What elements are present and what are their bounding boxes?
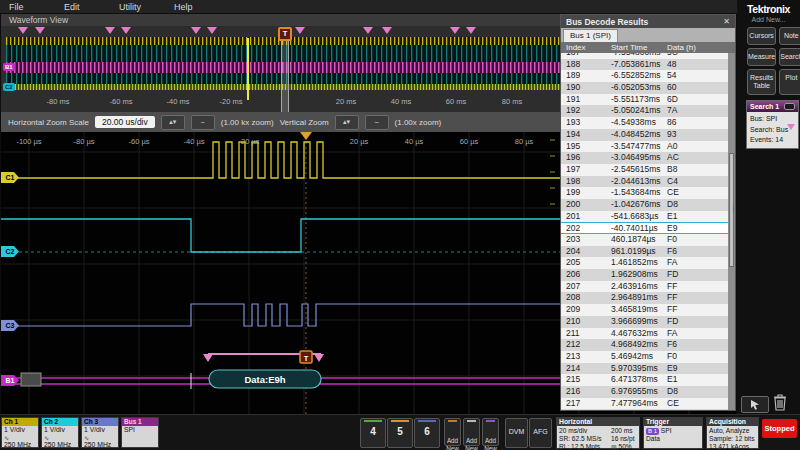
dvm-button[interactable]: DVM [505,418,528,448]
table-row[interactable]: 207 2.463916ms FF [561,281,728,293]
ac-coupling-icon: ∿ [84,435,89,441]
table-row[interactable]: 200 -1.042676ms D8 [561,199,728,211]
table-row[interactable]: 196 -3.046495ms AC [561,152,728,164]
table-row[interactable]: 195 -3.547477ms A0 [561,141,728,153]
table-row[interactable]: 193 -4.54938ms 86 [561,117,728,129]
table-row[interactable]: 199 -1.543684ms CE [561,187,728,199]
table-row[interactable]: 206 1.962908ms FD [561,269,728,281]
table-row[interactable]: 215 6.471378ms E1 [561,374,728,386]
search-event-marker-icon[interactable] [203,354,213,362]
note-button[interactable]: Note [779,27,800,45]
results-panel-titlebar[interactable]: Bus Decode Results ✕ [561,15,735,28]
trash-button[interactable] [772,393,788,415]
mouse-mode-button[interactable] [741,396,769,413]
menu-file[interactable]: File [9,2,55,12]
menu-edit[interactable]: Edit [64,2,110,12]
channel-5-button[interactable]: 5 [387,418,413,448]
search-event-marker-icon[interactable] [35,27,45,34]
h-zoom-scale-value[interactable]: 20.00 us/div [95,116,155,128]
search1-panel[interactable]: Search 1 Bus: SPI Search: Bus Events: 14 [746,100,799,149]
bus-decode-bubble[interactable]: Data:E9h [209,370,321,388]
channel-6-button[interactable]: 6 [414,418,440,448]
table-row[interactable]: 202 -40.74011µs E9 [561,222,728,234]
main-axis-label: -60 µs [129,137,150,146]
table-row[interactable]: 204 961.0199µs F6 [561,246,728,258]
menu-help[interactable]: Help [174,2,220,12]
table-row[interactable]: 192 -5.050241ms 7A [561,105,728,117]
zoom-trigger-position-icon [300,132,312,140]
table-row[interactable]: 209 3.465819ms FF [561,304,728,316]
search-event-marker-icon[interactable] [18,27,28,34]
add-new-math-button[interactable]: Add New Math [444,418,461,446]
search-event-marker-icon[interactable] [191,27,201,34]
search-event-marker-icon[interactable] [450,27,460,34]
results-scrollbar[interactable]: ⋮ [728,53,735,410]
table-row[interactable]: 211 4.467632ms FA [561,328,728,340]
search-event-marker-icon[interactable] [314,354,324,362]
table-row[interactable]: 191 -5.551173ms 6D [561,94,728,106]
table-row[interactable]: 213 5.46942ms F0 [561,351,728,363]
horizontal-panel[interactable]: Horizontal 20 ms/div200 ms SR: 62.5 MS/s… [556,417,640,449]
add-new-bus-button[interactable]: Add New Bus [482,418,499,446]
add-new-ref-button[interactable]: Add New Ref [463,418,480,446]
ch2-overview-badge[interactable]: C2 [3,83,15,91]
table-row[interactable]: 210 3.966699ms FD [561,316,728,328]
ch1-settings-badge[interactable]: Ch 1 1 V/div ∿ 250 MHz ⌁ [1,417,39,448]
add-new-label[interactable]: Add New... [737,16,800,23]
trigger-panel[interactable]: Trigger B 1 SPI Data [643,417,703,449]
search-event-marker-icon[interactable] [295,27,305,34]
table-row[interactable]: 216 6.976955ms D8 [561,386,728,398]
h-zoom-stepper-button[interactable]: ▴▾ [161,115,185,130]
ch3-settings-badge[interactable]: Ch 3 1 V/div ∿ 250 MHz ⌁ [81,417,119,448]
table-row[interactable]: 188 -7.053861ms 48 [561,59,728,71]
v-zoom-stepper-button[interactable]: ▴▾ [335,115,359,130]
ch2-settings-badge[interactable]: Ch 2 1 V/div ∿ 250 MHz ⌁ [41,417,79,448]
trigger-marker-icon[interactable]: T [278,27,292,41]
v-zoom-minus-button[interactable]: – [365,115,389,130]
bus1-overview-badge[interactable]: B1 [3,63,15,71]
search-event-marker-icon[interactable] [363,27,373,34]
h-zoom-minus-button[interactable]: – [191,115,215,130]
afg-button[interactable]: AFG [529,418,552,448]
overview-axis-label: 80 ms [502,97,522,106]
bus1-settings-badge[interactable]: Bus 1 SPI [121,417,159,448]
table-row[interactable]: 205 1.461852ms FA [561,257,728,269]
zoom-window-cursor[interactable] [247,38,249,100]
menu-utility[interactable]: Utility [119,2,165,12]
search-events-line: Events: 14 [750,135,795,146]
search-event-marker-icon[interactable] [466,27,476,34]
results-rows[interactable]: 187 -7.554800ms 5C 188 -7.053861ms 48 18… [561,53,735,410]
plot-button[interactable]: Plot [779,69,800,95]
scrollbar-thumb[interactable]: ⋮ [729,153,734,267]
trigger-title: Trigger [644,418,702,426]
table-row[interactable]: 194 -4.048452ms 93 [561,129,728,141]
table-row[interactable]: 189 -6.552852ms 54 [561,70,728,82]
measure-button[interactable]: Measure [747,48,776,66]
run-stop-button[interactable]: Stopped [762,419,797,438]
table-row[interactable]: 208 2.964891ms FF [561,292,728,304]
table-row[interactable]: 190 -6.052053ms 60 [561,82,728,94]
trigger-marker-icon[interactable]: T [300,351,312,363]
table-row[interactable]: 203 460.1874µs F0 [561,234,728,246]
tab-bus1-spi[interactable]: Bus 1 (SPI) [563,29,618,42]
trigger-position-band[interactable] [281,38,289,112]
acquisition-panel[interactable]: Acquisition Auto, Analyze Sample: 12 bit… [706,417,759,449]
table-row[interactable]: 201 -541.6683µs E1 [561,211,728,223]
cursors-button[interactable]: Cursors [747,27,776,45]
search-event-marker-icon[interactable] [121,27,131,34]
search-event-marker-icon[interactable] [382,27,392,34]
results-table-button[interactable]: Results Table [747,69,776,95]
channel-4-button[interactable]: 4 [360,418,386,448]
search-display-toggle-icon[interactable] [784,103,795,110]
table-row[interactable]: 218 7.978892ms C4 [561,409,728,410]
search-event-marker-icon[interactable] [207,27,217,34]
menu-bar: File Edit Utility Help [0,0,800,13]
table-row[interactable]: 198 -2.044613ms C4 [561,176,728,188]
table-row[interactable]: 212 4.968492ms F6 [561,339,728,351]
table-row[interactable]: 217 7.477964ms CE [561,398,728,410]
close-icon[interactable]: ✕ [723,17,730,26]
table-row[interactable]: 214 5.970395ms E9 [561,363,728,375]
search-button[interactable]: Search [779,48,800,66]
table-row[interactable]: 197 -2.545615ms B8 [561,164,728,176]
search-event-marker-icon[interactable] [105,27,115,34]
